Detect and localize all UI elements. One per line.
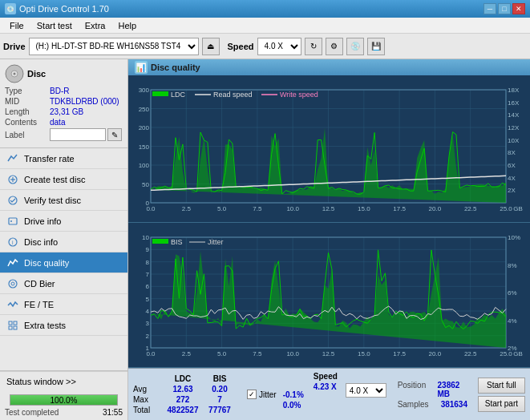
stats-row-avg: Avg 12.63 0.20 bbox=[133, 385, 236, 394]
disc-quality-panel: 📊 Disc quality LD bbox=[128, 59, 530, 420]
label-edit-button[interactable]: ✎ bbox=[107, 128, 122, 141]
extra-tests-icon bbox=[6, 319, 19, 332]
sidebar-item-cd-bier[interactable]: CD Bier bbox=[0, 273, 127, 294]
label-input[interactable] bbox=[50, 128, 106, 141]
svg-rect-14 bbox=[14, 321, 17, 325]
disc-button[interactable]: 💿 bbox=[346, 38, 364, 55]
disc-quality-header: 📊 Disc quality bbox=[128, 59, 530, 75]
verify-test-disc-icon bbox=[6, 194, 19, 207]
samples-label: Samples bbox=[398, 400, 438, 409]
titlebar-left: 💿 Opti Drive Control 1.70 bbox=[5, 3, 109, 14]
svg-rect-13 bbox=[9, 321, 12, 325]
position-label: Position bbox=[398, 381, 435, 398]
disc-mid-row: MID TDKBLDRBD (000) bbox=[5, 97, 123, 106]
maximize-button[interactable]: □ bbox=[498, 3, 511, 14]
stats-avg-label: Avg bbox=[133, 385, 162, 394]
disc-quality-header-icon: 📊 bbox=[135, 61, 148, 74]
app-icon: 💿 bbox=[5, 3, 16, 14]
save-button[interactable]: 💾 bbox=[367, 38, 385, 55]
main-layout: Disc Type BD-R MID TDKBLDRBD (000) Lengt… bbox=[0, 59, 530, 420]
transfer-rate-icon bbox=[6, 152, 19, 165]
nav-label-extra-tests: Extra tests bbox=[24, 321, 66, 330]
stats-max-label: Max bbox=[133, 395, 162, 404]
disc-icon bbox=[5, 64, 24, 83]
close-button[interactable]: ✕ bbox=[512, 3, 525, 14]
contents-label: Contents bbox=[5, 118, 50, 127]
speed-col-header: Speed bbox=[314, 372, 338, 381]
cd-bier-icon bbox=[6, 277, 19, 290]
jitter-avg: -0.1% bbox=[283, 390, 304, 399]
speed-avg: 4.23 X bbox=[314, 382, 338, 391]
disc-type-row: Type BD-R bbox=[5, 87, 123, 95]
mid-label: MID bbox=[5, 97, 50, 106]
sidebar-item-create-test-disc[interactable]: Create test disc bbox=[0, 169, 127, 190]
status-window-button[interactable]: Status window >> bbox=[0, 371, 127, 390]
fe-te-icon bbox=[6, 298, 19, 311]
content-area: 📊 Disc quality LD bbox=[128, 59, 530, 420]
menu-help[interactable]: Help bbox=[111, 19, 143, 32]
disc-contents-row: Contents data bbox=[5, 118, 123, 127]
menu-extra[interactable]: Extra bbox=[79, 19, 112, 32]
drive-select[interactable]: (H:) HL-DT-ST BD-RE WH16NS58 TST4 bbox=[29, 38, 199, 55]
bottom-chart-canvas bbox=[128, 223, 530, 365]
svg-point-12 bbox=[11, 282, 14, 285]
speed-section: Speed 4.23 X bbox=[314, 372, 338, 417]
start-full-button[interactable]: Start full bbox=[478, 378, 525, 394]
disc-panel: Disc Type BD-R MID TDKBLDRBD (000) Lengt… bbox=[0, 59, 127, 148]
sidebar-item-disc-info[interactable]: i Disc info bbox=[0, 232, 127, 252]
stats-col-ldc: LDC bbox=[162, 374, 204, 383]
sidebar-item-extra-tests[interactable]: Extra tests bbox=[0, 315, 127, 336]
length-value: 23,31 GB bbox=[50, 107, 83, 116]
charts-area bbox=[128, 75, 530, 368]
config-button[interactable]: ⚙ bbox=[326, 38, 343, 55]
menubar: File Start test Extra Help bbox=[0, 18, 530, 34]
svg-rect-16 bbox=[14, 326, 17, 329]
stats-table: LDC BIS Avg 12.63 0.20 Max 272 7 Total bbox=[133, 374, 236, 414]
svg-point-11 bbox=[9, 280, 17, 288]
sidebar-item-verify-test-disc[interactable]: Verify test disc bbox=[0, 190, 127, 211]
minimize-button[interactable]: ─ bbox=[483, 3, 496, 14]
sidebar: Disc Type BD-R MID TDKBLDRBD (000) Lengt… bbox=[0, 59, 128, 420]
disc-panel-title: Disc bbox=[27, 69, 46, 79]
nav-label-disc-info: Disc info bbox=[24, 237, 58, 247]
nav-label-transfer-rate: Transfer rate bbox=[24, 154, 75, 164]
start-part-button[interactable]: Start part bbox=[478, 396, 525, 412]
titlebar-controls: ─ □ ✕ bbox=[483, 3, 525, 14]
position-value: 23862 MB bbox=[438, 381, 471, 398]
stats-row-total: Total 4822527 77767 bbox=[133, 406, 236, 414]
eject-button[interactable]: ⏏ bbox=[202, 38, 220, 55]
svg-rect-7 bbox=[9, 218, 17, 224]
refresh-button[interactable]: ↻ bbox=[305, 38, 322, 55]
sidebar-item-transfer-rate[interactable]: Transfer rate bbox=[0, 148, 127, 169]
stats-avg-ldc: 12.63 bbox=[162, 385, 204, 394]
svg-text:i: i bbox=[12, 240, 14, 245]
bottom-chart bbox=[128, 223, 530, 368]
stats-row-max: Max 272 7 bbox=[133, 395, 236, 404]
sidebar-item-fe-te[interactable]: FE / TE bbox=[0, 294, 127, 315]
speed-select[interactable]: 4.0 X bbox=[257, 38, 301, 55]
stats-max-bis: 7 bbox=[204, 395, 236, 404]
disc-quality-title: Disc quality bbox=[151, 63, 200, 72]
samples-value: 381634 bbox=[441, 400, 467, 409]
speed-select-stats[interactable]: 4.0 X bbox=[346, 383, 386, 398]
position-section: Position 23862 MB Samples 381634 bbox=[398, 381, 471, 409]
nav-label-create-test-disc: Create test disc bbox=[24, 175, 85, 184]
jitter-max: 0.0% bbox=[283, 401, 304, 410]
sidebar-item-drive-info[interactable]: Drive info bbox=[0, 211, 127, 232]
start-buttons: Start full Start part bbox=[478, 378, 525, 412]
drive-info-icon bbox=[6, 215, 19, 228]
disc-quality-icon bbox=[6, 256, 19, 269]
disc-header: Disc bbox=[5, 64, 123, 83]
nav-label-drive-info: Drive info bbox=[24, 216, 61, 226]
disc-info-icon: i bbox=[6, 236, 19, 248]
jitter-checkbox[interactable]: ✓ bbox=[247, 390, 257, 399]
menu-start-test[interactable]: Start test bbox=[30, 19, 79, 32]
menu-file[interactable]: File bbox=[3, 19, 30, 32]
type-label: Type bbox=[5, 87, 50, 95]
nav-label-verify-test-disc: Verify test disc bbox=[24, 196, 81, 205]
svg-rect-15 bbox=[9, 326, 12, 329]
status-window-label: Status window >> bbox=[6, 377, 76, 386]
top-chart-canvas bbox=[128, 75, 530, 220]
stats-header: LDC BIS bbox=[133, 374, 236, 383]
sidebar-item-disc-quality[interactable]: Disc quality bbox=[0, 252, 127, 273]
